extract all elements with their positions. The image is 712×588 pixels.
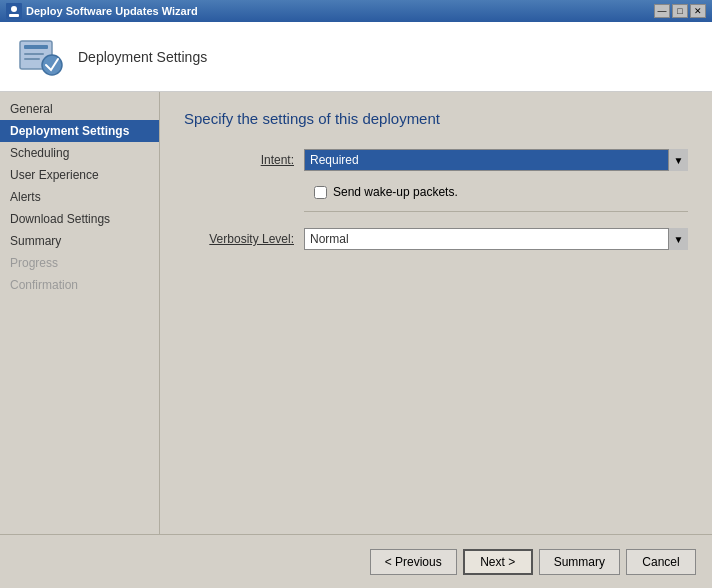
minimize-button[interactable]: —: [654, 4, 670, 18]
svg-rect-4: [24, 45, 48, 49]
cancel-button[interactable]: Cancel: [626, 549, 696, 575]
sidebar-item-general[interactable]: General: [0, 98, 159, 120]
header-icon: [16, 33, 64, 81]
form-section: Intent: Required Available ▼ Send wake-u…: [184, 149, 688, 250]
sidebar-item-confirmation: Confirmation: [0, 274, 159, 296]
sidebar: General Deployment Settings Scheduling U…: [0, 92, 160, 534]
sidebar-item-user-experience[interactable]: User Experience: [0, 164, 159, 186]
main-content: Specify the settings of this deployment …: [160, 92, 712, 534]
title-bar-text: Deploy Software Updates Wizard: [26, 5, 198, 17]
maximize-button[interactable]: □: [672, 4, 688, 18]
sidebar-item-deployment-settings[interactable]: Deployment Settings: [0, 120, 159, 142]
svg-point-1: [11, 6, 17, 12]
verbosity-label: Verbosity Level:: [184, 232, 304, 246]
verbosity-dropdown[interactable]: Normal Verbose Minimal: [304, 228, 688, 250]
title-bar: Deploy Software Updates Wizard — □ ✕: [0, 0, 712, 22]
intent-row: Intent: Required Available ▼: [184, 149, 688, 171]
previous-button[interactable]: < Previous: [370, 549, 457, 575]
intent-dropdown-wrapper: Required Available ▼: [304, 149, 688, 171]
section-divider: [304, 211, 688, 212]
summary-button[interactable]: Summary: [539, 549, 620, 575]
close-button[interactable]: ✕: [690, 4, 706, 18]
sidebar-item-alerts[interactable]: Alerts: [0, 186, 159, 208]
sidebar-item-download-settings[interactable]: Download Settings: [0, 208, 159, 230]
header-title: Deployment Settings: [78, 49, 207, 65]
verbosity-dropdown-wrapper: Normal Verbose Minimal ▼: [304, 228, 688, 250]
next-button[interactable]: Next >: [463, 549, 533, 575]
svg-rect-2: [9, 14, 19, 17]
wizard-icon: [6, 3, 22, 19]
sidebar-item-progress: Progress: [0, 252, 159, 274]
wizard-header: Deployment Settings: [0, 22, 712, 92]
intent-label: Intent:: [184, 153, 304, 167]
verbosity-row: Verbosity Level: Normal Verbose Minimal …: [184, 228, 688, 250]
sidebar-item-summary[interactable]: Summary: [0, 230, 159, 252]
page-title: Specify the settings of this deployment: [184, 110, 688, 127]
sidebar-item-scheduling[interactable]: Scheduling: [0, 142, 159, 164]
wake-up-label[interactable]: Send wake-up packets.: [333, 185, 458, 199]
wizard-body: General Deployment Settings Scheduling U…: [0, 92, 712, 534]
svg-rect-6: [24, 58, 40, 60]
intent-dropdown[interactable]: Required Available: [304, 149, 688, 171]
wake-up-checkbox[interactable]: [314, 186, 327, 199]
svg-rect-5: [24, 53, 44, 55]
wake-up-row: Send wake-up packets.: [314, 185, 688, 199]
wizard-footer: < Previous Next > Summary Cancel: [0, 534, 712, 588]
title-bar-controls[interactable]: — □ ✕: [654, 4, 706, 18]
